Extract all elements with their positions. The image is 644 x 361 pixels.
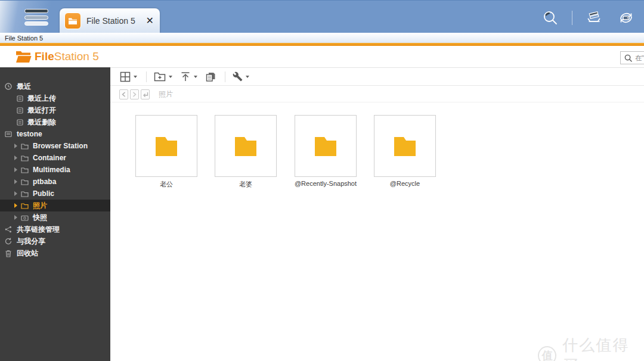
search-placeholder: 在"照片"中搜索 (635, 54, 644, 63)
back-button[interactable] (119, 89, 128, 99)
folder-icon (232, 134, 259, 158)
folder-thumbnail[interactable] (215, 115, 277, 177)
recent-list-icon (17, 119, 23, 126)
external-device-icon[interactable] (617, 8, 636, 27)
background-tasks-icon[interactable] (586, 9, 603, 27)
folder-icon (391, 134, 419, 158)
breadcrumb-path: 照片 (159, 89, 173, 99)
sidebar-item-recycle-bin[interactable]: 回收站 (0, 247, 110, 259)
file-browser-pane: 照片 老公 老婆 @Recently-Snapshot @Recycl (110, 67, 644, 361)
folder-icon (153, 134, 180, 158)
expand-arrow-icon[interactable] (14, 144, 17, 148)
shared-with-me-icon (5, 238, 12, 245)
expand-arrow-icon[interactable] (14, 179, 17, 184)
grid-view-icon (120, 71, 131, 82)
sidebar-item-share-link-manager[interactable]: 共享链接管理 (0, 223, 110, 235)
menu-bar (24, 21, 48, 26)
copy-button[interactable] (205, 71, 216, 82)
folder-icon (21, 143, 29, 150)
sidebar-item-photos[interactable]: 照片 (0, 200, 110, 211)
sidebar: 最近 最近上传 最近打开 最近删除 testone (0, 67, 110, 361)
app-tab-file-station[interactable]: File Station 5 ✕ (60, 8, 160, 33)
recycle-icon (5, 250, 12, 257)
expand-arrow-icon[interactable] (14, 155, 17, 160)
folder-item[interactable]: @Recently-Snapshot (295, 115, 357, 187)
folder-icon (312, 134, 339, 158)
toolbar-divider (146, 71, 147, 82)
view-mode-button[interactable] (120, 71, 137, 82)
toolbar-divider (225, 71, 225, 82)
folder-thumbnail[interactable] (374, 115, 436, 177)
folder-item[interactable]: 老公 (135, 115, 197, 189)
expand-arrow-icon[interactable] (14, 215, 17, 220)
menu-bar (24, 9, 48, 13)
recent-list-icon (17, 95, 23, 102)
folder-item[interactable]: 老婆 (215, 115, 277, 189)
top-bar-icons (542, 7, 636, 29)
expand-arrow-icon[interactable] (14, 191, 17, 196)
wrench-icon (233, 71, 243, 82)
sidebar-item-public[interactable]: Public (0, 188, 110, 200)
file-toolbar (110, 67, 644, 86)
tab-label: File Station 5 (86, 16, 146, 26)
top-bar-divider (572, 11, 572, 25)
breadcrumb: 照片 (110, 86, 644, 102)
sidebar-item-recent[interactable]: 最近 (0, 80, 110, 92)
folder-thumbnail[interactable] (135, 115, 197, 177)
tools-button[interactable] (233, 71, 249, 82)
expand-arrow-icon[interactable] (14, 167, 17, 172)
app-header: FileStation 5 在"照片"中搜索 (0, 46, 644, 67)
page-title: FileStation 5 (35, 46, 99, 67)
go-up-button[interactable] (141, 89, 150, 99)
sidebar-item-recent-uploaded[interactable]: 最近上传 (0, 92, 110, 104)
upload-icon (180, 71, 191, 82)
folder-icon (21, 167, 29, 173)
new-folder-icon (154, 71, 166, 82)
folder-icon (21, 179, 29, 185)
chevron-down-icon (246, 76, 249, 78)
chevron-down-icon (169, 76, 172, 78)
folder-icon (21, 203, 29, 209)
close-icon[interactable]: ✕ (146, 16, 154, 26)
file-station-logo-icon (16, 51, 32, 66)
folder-name: @Recycle (345, 180, 465, 187)
sidebar-item-multimedia[interactable]: Multimedia (0, 164, 110, 176)
search-icon[interactable] (542, 10, 559, 26)
folder-icon (21, 155, 29, 161)
taskbar-running-apps[interactable]: File Station 5 (0, 33, 644, 43)
sidebar-item-container[interactable]: Container (0, 152, 110, 164)
file-station-app-icon (64, 13, 81, 29)
expand-arrow-icon[interactable] (14, 203, 17, 208)
sidebar-item-recent-deleted[interactable]: 最近删除 (0, 116, 110, 128)
recent-list-icon (17, 107, 23, 114)
share-link-icon (5, 226, 12, 233)
copy-icon (205, 71, 216, 82)
running-app-label: File Station 5 (5, 35, 43, 42)
qts-desktop: File Station 5 ✕ (0, 0, 644, 361)
nas-icon (5, 130, 12, 138)
create-folder-button[interactable] (154, 71, 172, 82)
search-icon (624, 54, 632, 62)
folder-thumbnail[interactable] (295, 115, 357, 177)
menu-bar (24, 15, 48, 20)
snapshot-icon (21, 214, 29, 221)
main-menu-icon[interactable] (24, 8, 49, 26)
search-input[interactable]: 在"照片"中搜索 (620, 51, 644, 64)
forward-button[interactable] (130, 89, 139, 99)
sidebar-item-shared-with-me[interactable]: 与我分享 (0, 235, 110, 247)
sidebar-item-snapshots[interactable]: 快照 (0, 211, 110, 223)
sidebar-item-recent-opened[interactable]: 最近打开 (0, 104, 110, 116)
folder-icon (21, 191, 29, 197)
chevron-down-icon (194, 76, 197, 78)
chevron-down-icon (134, 76, 137, 78)
folder-item[interactable]: @Recycle (374, 115, 436, 187)
sidebar-item-nas-root[interactable]: testone (0, 128, 110, 140)
desktop-top-bar: File Station 5 ✕ (0, 0, 644, 33)
sidebar-item-ptbaba[interactable]: ptbaba (0, 176, 110, 188)
clock-icon (5, 83, 12, 90)
upload-button[interactable] (180, 71, 197, 82)
sidebar-item-browser-station[interactable]: Browser Station (0, 140, 110, 152)
